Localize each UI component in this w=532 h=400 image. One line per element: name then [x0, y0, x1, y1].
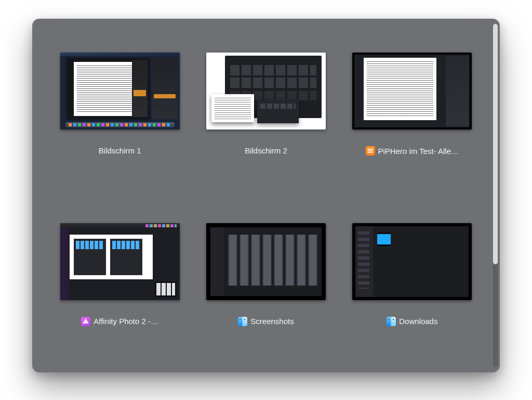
window-thumbnail [352, 53, 472, 130]
window-thumbnail [60, 223, 180, 300]
window-label: Bildschirm 2 [245, 146, 287, 155]
window-label: Affinity Photo 2 -… [94, 317, 158, 326]
window-item-downloads[interactable]: Downloads [351, 223, 474, 352]
window-label: PiPHero im Test- Alle… [378, 147, 459, 156]
window-item-screenshots[interactable]: Screenshots [204, 223, 327, 352]
window-thumbnail [206, 53, 326, 130]
window-thumbnail [60, 53, 180, 130]
pages-icon [366, 146, 375, 156]
icon-grid [377, 233, 464, 291]
scrollbar-thumb[interactable] [493, 24, 498, 264]
thumbnail-grid: Bildschirm 1 Bildschirm 2 [32, 19, 489, 372]
finder-icon [387, 317, 396, 326]
window-label: Bildschirm 1 [99, 146, 141, 155]
window-item-affinity[interactable]: Affinity Photo 2 -… [58, 223, 181, 352]
window-item-bildschirm-2[interactable]: Bildschirm 2 [204, 53, 327, 182]
window-label: Downloads [399, 317, 437, 326]
window-item-piphero[interactable]: PiPHero im Test- Alle… [351, 53, 474, 182]
affinity-photo-icon [81, 317, 90, 326]
window-item-bildschirm-1[interactable]: Bildschirm 1 [58, 53, 181, 182]
window-thumbnail [352, 223, 472, 300]
window-thumbnail [206, 223, 326, 300]
scrollbar[interactable] [493, 24, 498, 367]
window-label: Screenshots [250, 317, 294, 326]
window-switcher-panel: Bildschirm 1 Bildschirm 2 [32, 19, 500, 372]
finder-icon [238, 317, 247, 326]
